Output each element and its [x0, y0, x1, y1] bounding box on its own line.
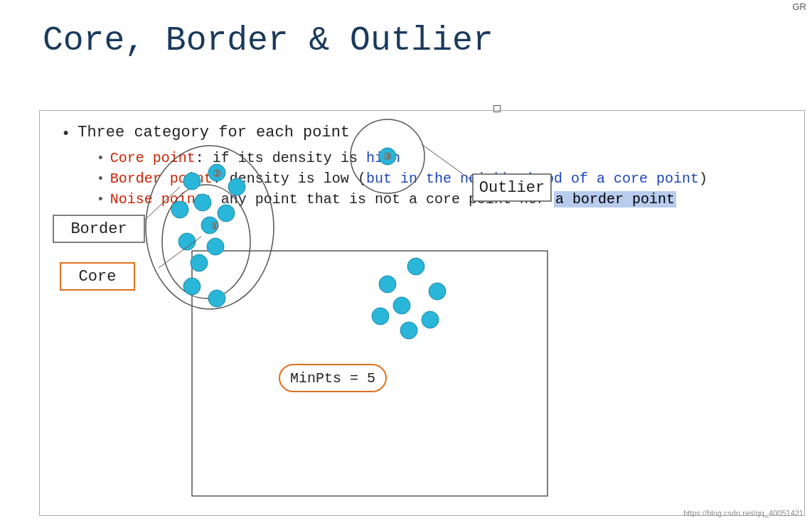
noise-colon: : any point that is not a core point nor	[204, 191, 554, 207]
sub-bullet-core-text: Core point: if its density is high	[110, 150, 400, 166]
border-highlight: but in the neighborhood of a core point	[366, 171, 699, 187]
sub-dot-1: •	[97, 151, 105, 166]
content-box: • Three category for each point • Core p…	[39, 110, 805, 516]
core-high: high	[366, 150, 400, 166]
sub-bullet-border-text: Border point: density is low (but in the…	[110, 171, 707, 187]
border-colon: : density is low (	[213, 171, 366, 187]
core-label: Core point	[110, 150, 196, 166]
sub-bullet-noise-text: Noise point: any point that is not a cor…	[110, 191, 676, 207]
bullet-dot-main: •	[61, 125, 70, 143]
main-bullet: • Three category for each point	[61, 124, 783, 143]
noise-highlight: a border point	[554, 191, 676, 207]
sub-dot-3: •	[97, 193, 105, 207]
logo-top-right: GR	[793, 1, 807, 12]
sub-bullet-border: • Border point: density is low (but in t…	[97, 171, 783, 187]
sub-bullet-core: • Core point: if its density is high	[97, 150, 783, 166]
watermark: https://blog.csdn.net/qq_40051421	[683, 509, 803, 517]
border-end: )	[699, 171, 707, 187]
page-title: Core, Border & Outlier	[0, 0, 812, 67]
noise-label: Noise point	[110, 191, 204, 207]
core-colon: : if its density is	[196, 150, 366, 166]
sub-dot-2: •	[97, 172, 105, 186]
border-label: Border point	[110, 171, 213, 187]
sub-bullets: • Core point: if its density is high • B…	[61, 150, 783, 207]
bullet-section: • Three category for each point • Core p…	[40, 111, 804, 219]
main-bullet-text: Three category for each point	[78, 124, 350, 141]
sub-bullet-noise: • Noise point: any point that is not a c…	[97, 191, 783, 207]
